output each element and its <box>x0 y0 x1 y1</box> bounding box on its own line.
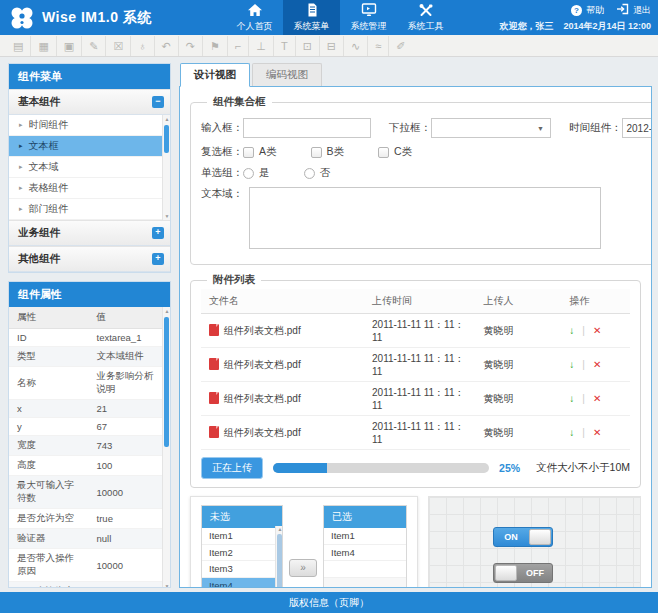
download-icon[interactable]: ↓ <box>569 427 574 438</box>
attachment-time: 2011-11-11 11：11：11 <box>364 382 476 416</box>
action-separator: | <box>582 325 585 336</box>
scrollbar-thumb[interactable] <box>277 534 282 588</box>
open-folder-icon[interactable]: ▦ <box>30 36 55 56</box>
pencil-icon[interactable]: ✐ <box>388 36 412 56</box>
accordion-business-components[interactable]: 业务组件 + <box>9 220 170 246</box>
unselected-item-Item4[interactable]: Item4 <box>202 578 275 589</box>
delete-icon[interactable]: ✕ <box>593 393 601 404</box>
props-scrollbar[interactable]: ▲ ▼ <box>162 307 170 588</box>
collapse-icon[interactable]: − <box>152 96 164 108</box>
pdf-icon <box>209 358 219 370</box>
nav-label: 系统菜单 <box>294 20 330 33</box>
chart-icon[interactable]: ⊥ <box>248 36 273 56</box>
flag-icon[interactable]: ⚑ <box>202 36 227 56</box>
props-tbody: IDtextarea_1类型文本域组件名称业务影响分析说明x21y67宽度743… <box>9 329 162 589</box>
unselected-item-Item2[interactable]: Item2 <box>202 545 275 562</box>
delete-icon[interactable]: ✕ <box>593 427 601 438</box>
selected-item-Item4[interactable]: Item4 <box>324 545 406 562</box>
prop-name: 是否允许为空 <box>9 509 89 529</box>
toggle-on[interactable]: ON <box>493 527 553 547</box>
expand-icon[interactable]: + <box>152 227 164 239</box>
radio-icon[interactable] <box>304 168 315 179</box>
toggle-off[interactable]: OFF <box>493 563 553 583</box>
dropdown-select[interactable]: ▼ <box>431 118 551 138</box>
sidebar-item-label: 部门组件 <box>29 202 69 216</box>
checkbox-option-C类[interactable]: C类 <box>378 145 412 159</box>
sidebar-item-时间组件[interactable]: ▸时间组件 <box>9 115 162 136</box>
unselected-item-Item1[interactable]: Item1 <box>202 528 275 545</box>
expand-icon[interactable]: + <box>152 253 164 265</box>
sidebar-item-文本域[interactable]: ▸文本域 <box>9 157 162 178</box>
date-value: 2012-07-01 <box>627 123 653 134</box>
panel-icon[interactable]: ⊟ <box>319 36 343 56</box>
delete-icon[interactable]: ☒ <box>105 36 130 56</box>
design-canvas: ON OFF <box>428 496 641 588</box>
text-icon[interactable]: T <box>273 36 295 56</box>
col-actions: 操作 <box>561 289 630 314</box>
curve-icon[interactable]: ≈ <box>367 36 388 56</box>
component-props-panel: 组件属性 属性 值 IDtextarea_1类型文本域组件名称业务影响分析说明x… <box>8 281 171 588</box>
sidebar-item-文本框[interactable]: ▸文本框 <box>9 136 162 157</box>
layout-icon[interactable]: ⌐ <box>227 36 248 56</box>
document-icon <box>304 3 320 19</box>
scroll-up-icon[interactable]: ▲ <box>163 116 171 122</box>
textarea-field[interactable] <box>249 187 601 249</box>
save-icon[interactable]: ▣ <box>56 36 81 56</box>
checkbox-option-B类[interactable]: B类 <box>311 145 345 159</box>
nav-item-system-manage[interactable]: 系统管理 <box>340 0 397 35</box>
attachment-uploader: 黄晓明 <box>476 348 562 382</box>
new-file-icon[interactable]: ▤ <box>6 36 30 56</box>
component-list-scrollbar[interactable]: ▲ ▼ <box>162 115 170 220</box>
unselected-item-Item3[interactable]: Item3 <box>202 561 275 578</box>
preview-icon[interactable]: ♁ <box>130 36 153 56</box>
move-right-button[interactable]: » <box>289 559 317 577</box>
scroll-down-icon[interactable]: ▼ <box>163 213 171 219</box>
checkbox-option-A类[interactable]: A类 <box>243 145 277 159</box>
help-link[interactable]: ? 帮助 <box>571 4 604 17</box>
sidebar-item-部门组件[interactable]: ▸部门组件 <box>9 199 162 220</box>
scrollbar-thumb[interactable] <box>164 317 169 447</box>
delete-icon[interactable]: ✕ <box>593 359 601 370</box>
prop-row: 是否允许为空true <box>9 582 162 589</box>
pdf-icon <box>209 392 219 404</box>
file-size-note: 文件大小不小于10M <box>536 461 630 475</box>
selected-item-Item1[interactable]: Item1 <box>324 528 406 545</box>
sidebar: 组件菜单 基本组件 − ▸时间组件▸文本框▸文本域▸表格组件▸部门组件 ▲ ▼ … <box>8 63 171 588</box>
scrollbar-thumb[interactable] <box>164 125 169 153</box>
attachment-time: 2011-11-11 11：11：11 <box>364 416 476 450</box>
redo-icon[interactable]: ↷ <box>178 36 202 56</box>
scroll-up-icon[interactable]: ▲ <box>276 526 284 532</box>
delete-icon[interactable]: ✕ <box>593 325 601 336</box>
line-icon[interactable]: ∿ <box>343 36 367 56</box>
download-icon[interactable]: ↓ <box>569 359 574 370</box>
unselected-scrollbar[interactable]: ▲ ▼ <box>275 526 282 588</box>
radio-icon[interactable] <box>243 168 254 179</box>
logout-link[interactable]: 退出 <box>616 3 651 17</box>
accordion-other-components[interactable]: 其他组件 + <box>9 246 170 272</box>
tab-code-view[interactable]: 编码视图 <box>252 63 322 86</box>
help-label: 帮助 <box>586 4 604 17</box>
radio-option-是[interactable]: 是 <box>243 166 270 180</box>
component-menu-title: 组件菜单 <box>9 64 170 89</box>
edit-icon[interactable]: ✎ <box>81 36 105 56</box>
text-input[interactable] <box>243 118 371 138</box>
download-icon[interactable]: ↓ <box>569 393 574 404</box>
scroll-down-icon[interactable]: ▼ <box>163 583 170 588</box>
date-input[interactable]: 2012-07-01 <box>622 118 653 138</box>
sidebar-item-表格组件[interactable]: ▸表格组件 <box>9 178 162 199</box>
component-icon[interactable]: ⊡ <box>295 36 319 56</box>
scroll-up-icon[interactable]: ▲ <box>163 308 170 314</box>
uploading-button[interactable]: 正在上传 <box>201 457 263 479</box>
download-icon[interactable]: ↓ <box>569 325 574 336</box>
nav-item-home[interactable]: 个人首页 <box>226 0 283 35</box>
accordion-basic-components[interactable]: 基本组件 − <box>9 89 170 115</box>
tab-design-view[interactable]: 设计视图 <box>180 63 250 87</box>
nav-item-system-menu[interactable]: 系统菜单 <box>283 0 340 35</box>
checkbox-icon[interactable] <box>378 147 389 158</box>
radio-option-否[interactable]: 否 <box>304 166 331 180</box>
nav-item-system-tools[interactable]: 系统工具 <box>397 0 454 35</box>
undo-icon[interactable]: ↶ <box>154 36 178 56</box>
checkbox-icon[interactable] <box>311 147 322 158</box>
logout-label: 退出 <box>633 4 651 17</box>
checkbox-icon[interactable] <box>243 147 254 158</box>
